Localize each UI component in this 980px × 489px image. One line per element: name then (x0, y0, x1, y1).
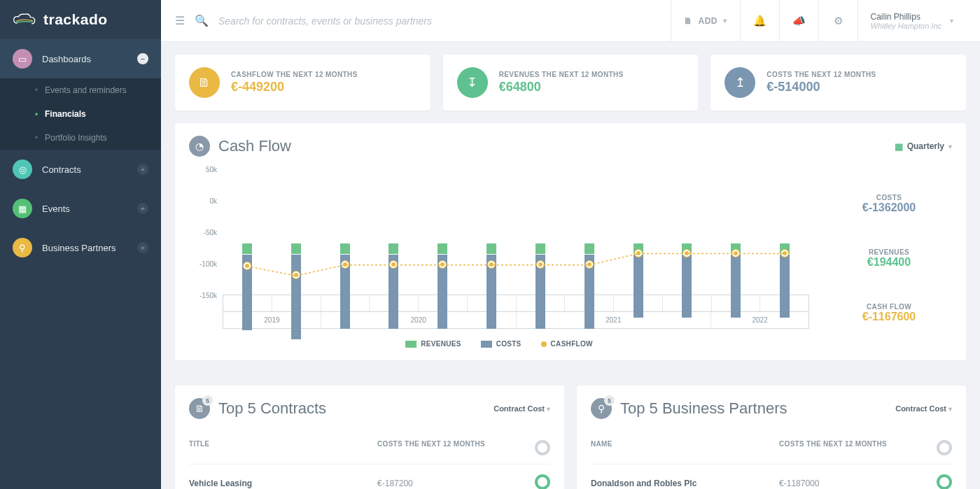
period-dropdown[interactable]: ▦ Quarterly ▾ (895, 141, 952, 152)
chevron-down-icon: ▾ (547, 405, 550, 413)
stat-label: REVENUES (826, 248, 952, 256)
chevron-down-icon: ▾ (948, 405, 952, 413)
y-tick: -150k (189, 292, 217, 299)
subnav-financials[interactable]: Financials (0, 102, 161, 126)
cashflow-panel: ◔ Cash Flow ▦ Quarterly ▾ 50k0k-50k-100k… (175, 123, 966, 360)
sidebar-label: Dashboards (42, 54, 127, 64)
kpi-label: REVENUES THE NEXT 12 MONTHS (499, 71, 624, 78)
y-tick: -100k (189, 260, 217, 268)
user-org: Whitley Hampton Inc (871, 22, 941, 30)
expand-icon[interactable]: + (137, 242, 148, 253)
point-cashflow (586, 261, 593, 268)
user-menu[interactable]: Cailin Phillips Whitley Hampton Inc ▾ (858, 0, 966, 42)
x-year: 2022 (711, 312, 808, 328)
partners-panel-icon: ⚲5 (591, 398, 612, 419)
row-cost: €-1187000 (779, 479, 924, 488)
bar-revenue (438, 243, 447, 253)
partners-icon: ⚲ (13, 238, 32, 257)
collapse-icon[interactable]: − (137, 53, 148, 64)
menu-icon[interactable]: ☰ (175, 14, 185, 27)
chevron-down-icon: ▾ (948, 143, 952, 150)
add-label: ADD (699, 16, 718, 26)
bar-revenue (291, 243, 301, 253)
search-input[interactable] (218, 15, 661, 27)
period-label: Quarterly (907, 141, 944, 151)
kpi-revenues: ↧ REVENUES THE NEXT 12 MONTHS €64800 (443, 55, 699, 111)
col-header-name: NAME (591, 440, 779, 457)
announcements-button[interactable]: 📣 (779, 0, 818, 42)
col-header-cost: COSTS THE NEXT 12 MONTHS (377, 440, 522, 457)
revenues-icon: ↧ (457, 67, 488, 98)
kpi-value: €-514000 (766, 80, 876, 94)
add-file-icon: 🗎 (684, 16, 693, 26)
chart-legend: REVENUES COSTS CASHFLOW (189, 340, 809, 348)
point-cashflow (293, 271, 300, 278)
sort-dropdown[interactable]: Contract Cost ▾ (895, 404, 952, 413)
badge: 5 (604, 395, 615, 406)
gear-icon: ⚙ (834, 15, 843, 27)
legend-swatch-cashflow (541, 341, 547, 347)
kpi-label: CASHFLOW THE NEXT 12 MONTHS (231, 71, 358, 78)
y-tick: 0k (189, 197, 217, 205)
bar-cost (780, 255, 790, 318)
stat-label: COSTS (826, 194, 952, 201)
point-cashflow (732, 250, 739, 257)
ring-icon (937, 440, 952, 455)
kpi-costs: ↥ COSTS THE NEXT 12 MONTHS €-514000 (710, 55, 966, 111)
top-contracts-panel: 🗎5 Top 5 Contracts Contract Cost ▾ TITLE… (175, 385, 564, 489)
kpi-cashflow: 🗎 CASHFLOW THE NEXT 12 MONTHS €-449200 (175, 55, 430, 111)
expand-icon[interactable]: + (137, 164, 148, 175)
cashflow-chart: 50k0k-50k-100k-150k Q3Q4Q1Q2Q3Q4Q1Q2Q3Q4… (189, 169, 809, 348)
stat-value: €-1167600 (826, 311, 952, 323)
chevron-down-icon: ▾ (950, 17, 953, 24)
bar-revenue (388, 243, 398, 253)
point-cashflow (390, 261, 397, 268)
legend-swatch-costs (481, 341, 492, 348)
sidebar-item-business-partners[interactable]: ⚲ Business Partners + (0, 228, 161, 267)
col-header-cost: COSTS THE NEXT 12 MONTHS (779, 440, 924, 457)
point-cashflow (781, 250, 788, 257)
sidebar: trackado ▭ Dashboards − Events and remin… (0, 0, 161, 489)
cashflow-icon: 🗎 (189, 67, 220, 98)
logo: trackado (0, 0, 161, 39)
sort-dropdown[interactable]: Contract Cost ▾ (493, 404, 550, 413)
contracts-panel-icon: 🗎5 (189, 398, 210, 419)
bar-cost (682, 255, 692, 318)
y-tick: 50k (189, 166, 217, 173)
point-cashflow (439, 261, 446, 268)
col-header-title: TITLE (189, 440, 377, 457)
expand-icon[interactable]: + (137, 203, 148, 214)
stat-value: €-1362000 (826, 201, 952, 214)
stat-label: CASH FLOW (826, 303, 952, 311)
point-cashflow (683, 250, 690, 257)
kpi-label: COSTS THE NEXT 12 MONTHS (766, 71, 876, 78)
panel-title: Top 5 Business Partners (620, 399, 787, 418)
cashflow-line (247, 254, 785, 276)
search-icon[interactable]: 🔍 (195, 14, 209, 27)
wallet-icon: ◔ (189, 136, 210, 157)
sidebar-item-events[interactable]: ▦ Events + (0, 189, 161, 228)
settings-button[interactable]: ⚙ (818, 0, 858, 42)
point-cashflow (342, 261, 349, 268)
subnav-events-reminders[interactable]: Events and reminders (0, 78, 161, 102)
sidebar-item-contracts[interactable]: ◎ Contracts + (0, 150, 161, 189)
y-tick: -50k (189, 229, 217, 236)
table-row[interactable]: Vehicle Leasing €-187200 (189, 465, 550, 489)
bar-cost (731, 255, 741, 318)
chart-side-stats: COSTS €-1362000 REVENUES €194400 CASH FL… (826, 169, 952, 348)
kpi-value: €-449200 (231, 80, 358, 94)
top-partners-panel: ⚲5 Top 5 Business Partners Contract Cost… (577, 385, 966, 489)
sidebar-label: Events (42, 204, 127, 214)
notifications-button[interactable]: 🔔 (740, 0, 779, 42)
costs-icon: ↥ (724, 67, 755, 98)
ring-icon (937, 474, 952, 489)
row-title: Vehicle Leasing (189, 479, 377, 488)
bell-icon: 🔔 (753, 15, 766, 27)
subnav-portfolio-insights[interactable]: Portfolio Insights (0, 126, 161, 150)
table-row[interactable]: Donaldson and Robles Plc €-1187000 (591, 465, 952, 489)
sidebar-item-dashboards[interactable]: ▭ Dashboards − (0, 39, 161, 78)
ring-icon (535, 474, 550, 489)
add-button[interactable]: 🗎 ADD ▾ (671, 0, 740, 42)
point-cashflow (488, 261, 495, 268)
logo-text: trackado (43, 11, 108, 28)
